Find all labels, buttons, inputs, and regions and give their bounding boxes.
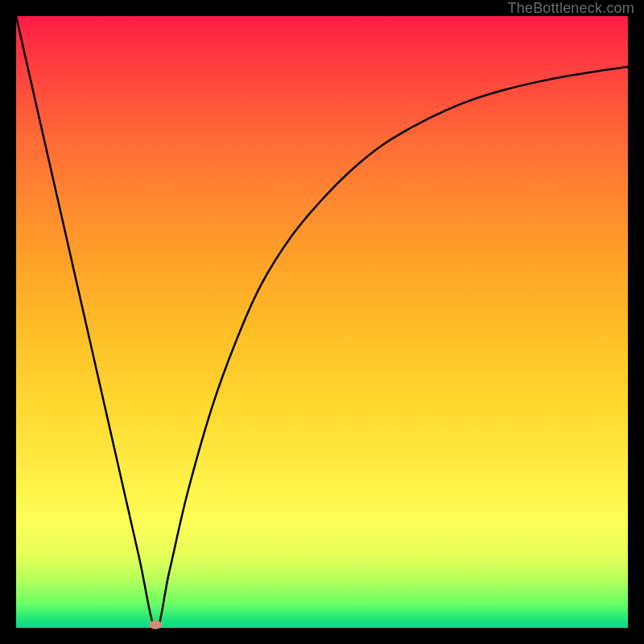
curve-path [16,16,628,628]
watermark-text: TheBottleneck.com [508,0,634,17]
optimal-point-marker [149,621,162,630]
bottleneck-curve [16,16,628,628]
plot-area [16,16,628,628]
chart-root: TheBottleneck.com [0,0,644,644]
